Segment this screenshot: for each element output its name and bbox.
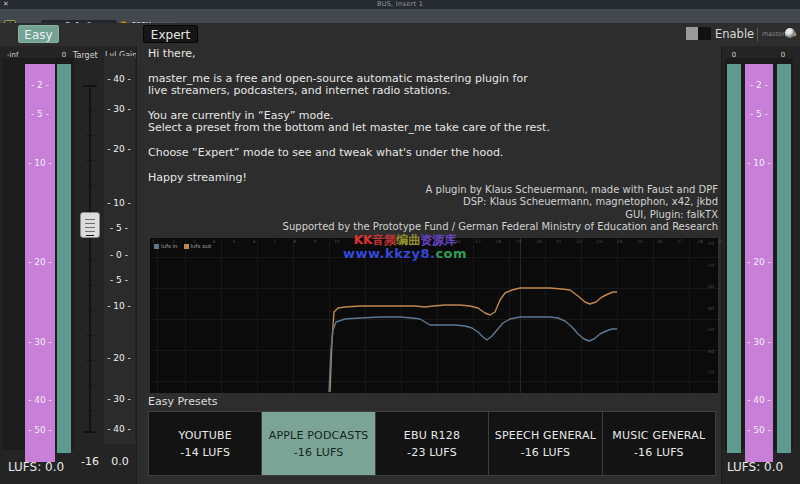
window-title: BUS, Insert 1 <box>0 0 800 9</box>
watermark-text: 资源库 <box>420 233 456 247</box>
graph-x-tick: 21 <box>556 239 562 244</box>
meter-scale-tick: - 40 - <box>25 395 55 405</box>
meter-scale-tick: - 50 - <box>745 425 773 435</box>
legend-label: lufs in <box>161 243 178 249</box>
preset-lufs: -16 LUFS <box>294 446 344 459</box>
slider-tick <box>86 285 94 286</box>
welcome-text: Hi there, master_me is a free and open-s… <box>148 48 723 184</box>
tab-expert[interactable]: Expert <box>143 25 198 43</box>
preset-lufs: -16 LUFS <box>520 446 570 459</box>
preset-button-ebu-r128[interactable]: EBU R128-23 LUFS <box>376 412 488 475</box>
graph-y-tick: -50 <box>696 327 714 332</box>
lvl-gain-tick: - 30 - <box>102 394 136 404</box>
enable-toggle[interactable] <box>686 27 711 40</box>
target-slider-track[interactable] <box>89 85 91 432</box>
masterme-sphere-icon <box>785 28 795 38</box>
legend-swatch <box>184 244 189 249</box>
lvl-gain-tick: - 40 - <box>102 74 136 84</box>
watermark-text: KK <box>354 233 373 247</box>
slider-tick <box>86 385 94 386</box>
lvl-gain-tick: - 40 - <box>102 424 136 434</box>
masterme-plugin-window: ✕ BUS, Insert 1 + ‹ › Default COPY PASTE… <box>0 0 800 484</box>
lvl-gain-tick: - 10 - <box>102 301 136 311</box>
tab-easy[interactable]: Easy <box>18 25 59 43</box>
graph-x-tick: 27 <box>677 239 683 244</box>
graph-x-tick: 5 <box>233 239 236 244</box>
preset-name: SPEECH GENERAL <box>495 429 596 442</box>
preset-button-apple-podcasts[interactable]: APPLE PODCASTS-16 LUFS <box>262 412 374 475</box>
lvl-gain-tick: - 20 - <box>102 353 136 363</box>
lufs-curves <box>150 238 718 393</box>
slider-tick <box>86 210 94 211</box>
graph-x-tick: 7 <box>273 239 276 244</box>
gain-meter-right-a <box>727 64 741 453</box>
preset-lufs: -23 LUFS <box>407 446 457 459</box>
meter-scale-tick: - 10 - <box>745 158 773 168</box>
lufs-readout-right: LUFS: 0.0 <box>727 460 783 474</box>
logo-text-gray: master <box>762 30 785 38</box>
graph-y-tick: -30 <box>696 284 714 289</box>
divider <box>136 46 137 484</box>
meter-scale-tick: - 40 - <box>745 395 773 405</box>
slider-tick <box>86 310 94 311</box>
easy-presets-title: Easy Presets <box>148 395 217 408</box>
legend-item: lufs out <box>184 243 212 249</box>
preset-button-music-general[interactable]: MUSIC GENERAL-16 LUFS <box>603 412 715 475</box>
gain-meter-right-b <box>777 64 791 453</box>
graph-x-tick: 23 <box>596 239 602 244</box>
credits-text: A plugin by Klaus Scheuermann, made with… <box>240 184 718 233</box>
meter-scale-tick: - 5 - <box>745 109 773 119</box>
preset-name: MUSIC GENERAL <box>612 429 705 442</box>
lvl-gain-tick: - 20 - <box>102 144 136 154</box>
left-meter-zero-label: 0 <box>58 51 70 59</box>
preset-name: APPLE PODCASTS <box>269 429 369 442</box>
lvl-gain-tick: - 30 - <box>102 104 136 114</box>
left-meter-inf-label: -inf <box>7 51 18 59</box>
graph-x-tick: 22 <box>576 239 582 244</box>
curve-lufs-in <box>329 317 617 392</box>
right-meter-zero-right: 0 <box>777 51 789 59</box>
enable-checkbox[interactable] <box>686 27 698 40</box>
graph-x-tick: 6 <box>253 239 256 244</box>
lufs-readout-left: LUFS: 0.0 <box>8 460 64 474</box>
legend-swatch <box>154 244 159 249</box>
preset-lufs: -14 LUFS <box>180 446 230 459</box>
graph-x-tick: 25 <box>637 239 643 244</box>
graph-x-tick: 2 <box>172 239 175 244</box>
graph-x-tick: 1 <box>152 239 155 244</box>
slider-tick <box>86 335 94 336</box>
preset-name: EBU R128 <box>404 429 460 442</box>
meter-scale-tick: - 50 - <box>25 425 55 435</box>
slider-tick <box>86 260 94 261</box>
right-meter-zero-left: 0 <box>728 51 740 59</box>
graph-x-tick: 8 <box>293 239 296 244</box>
slider-tick <box>86 235 94 236</box>
slider-cap-top <box>83 85 97 87</box>
slider-tick <box>86 185 94 186</box>
preset-button-speech-general[interactable]: SPEECH GENERAL-16 LUFS <box>489 412 601 475</box>
target-value: -16 <box>74 455 106 468</box>
graph-y-tick: -40 <box>696 306 714 311</box>
meter-scale-tick: - 20 - <box>745 257 773 267</box>
enable-indicator <box>698 27 711 40</box>
slider-cap-bottom <box>83 431 97 433</box>
watermark-text: 音频 <box>372 233 396 247</box>
lvl-gain-tick: - 5 - <box>102 223 136 233</box>
host-toolbar: + ‹ › Default COPY PASTE <box>0 9 800 23</box>
curve-lufs-out <box>330 288 617 392</box>
gain-meter-left <box>57 64 71 453</box>
graph-x-tick: 24 <box>617 239 623 244</box>
preset-lufs: -16 LUFS <box>634 446 684 459</box>
preset-button-youtube[interactable]: YOUTUBE-14 LUFS <box>149 412 261 475</box>
easy-presets-row: YOUTUBE-14 LUFSAPPLE PODCASTS-16 LUFSEBU… <box>148 411 716 476</box>
meter-scale-tick: - 30 - <box>745 337 773 347</box>
meter-scale-tick: - 2 - <box>745 80 773 90</box>
graph-y-tick: -10 <box>696 241 714 246</box>
slider-tick <box>86 160 94 161</box>
lvl-gain-value: 0.0 <box>106 455 134 468</box>
lvl-gain-tick: - 5 - <box>102 275 136 285</box>
watermark-line2: www.kkzy8.com <box>300 246 510 261</box>
slider-tick <box>86 410 94 411</box>
preset-name: YOUTUBE <box>178 429 232 442</box>
meter-scale-tick: - 5 - <box>25 109 55 119</box>
